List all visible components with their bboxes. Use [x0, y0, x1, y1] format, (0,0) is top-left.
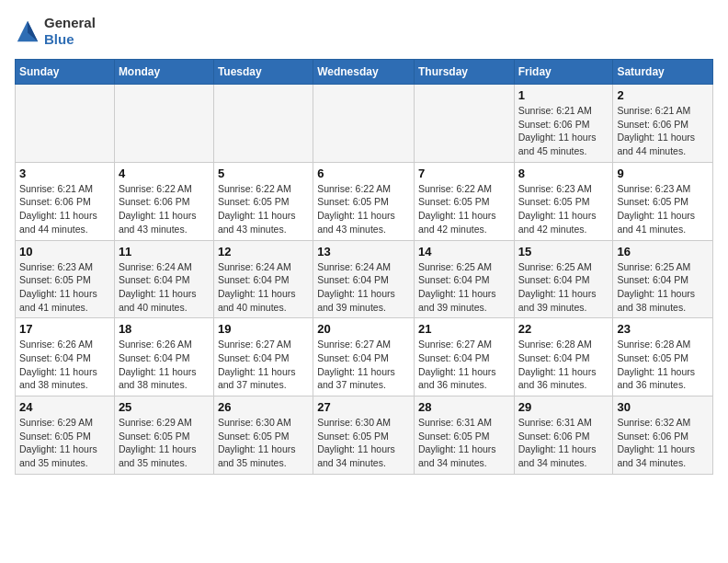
- day-number: 18: [119, 322, 210, 336]
- logo: General Blue: [15, 15, 96, 48]
- day-info: Sunrise: 6:21 AM Sunset: 6:06 PM Dayligh…: [518, 104, 609, 158]
- calendar-cell: 29Sunrise: 6:31 AM Sunset: 6:06 PM Dayli…: [514, 396, 613, 475]
- day-info: Sunrise: 6:22 AM Sunset: 6:06 PM Dayligh…: [119, 182, 210, 236]
- day-number: 14: [418, 245, 510, 259]
- calendar-table: SundayMondayTuesdayWednesdayThursdayFrid…: [15, 59, 713, 475]
- calendar-cell: 27Sunrise: 6:30 AM Sunset: 6:05 PM Dayli…: [313, 396, 415, 475]
- calendar-cell: 10Sunrise: 6:23 AM Sunset: 6:05 PM Dayli…: [16, 240, 115, 318]
- day-of-week-header: Tuesday: [213, 60, 313, 85]
- day-of-week-header: Friday: [514, 60, 613, 85]
- calendar-cell: 28Sunrise: 6:31 AM Sunset: 6:05 PM Dayli…: [414, 396, 514, 475]
- day-of-week-header: Saturday: [613, 60, 713, 85]
- day-number: 3: [19, 167, 110, 180]
- day-number: 13: [317, 245, 410, 259]
- calendar-week-row: 1Sunrise: 6:21 AM Sunset: 6:06 PM Daylig…: [16, 85, 713, 163]
- calendar-cell: 6Sunrise: 6:22 AM Sunset: 6:05 PM Daylig…: [313, 162, 415, 240]
- calendar-cell: 21Sunrise: 6:27 AM Sunset: 6:04 PM Dayli…: [414, 318, 514, 396]
- day-number: 22: [518, 322, 609, 336]
- calendar-cell: 26Sunrise: 6:30 AM Sunset: 6:05 PM Dayli…: [213, 396, 313, 475]
- calendar-cell: 12Sunrise: 6:24 AM Sunset: 6:04 PM Dayli…: [213, 240, 313, 318]
- day-of-week-header: Thursday: [414, 60, 514, 85]
- day-info: Sunrise: 6:23 AM Sunset: 6:05 PM Dayligh…: [617, 182, 709, 236]
- calendar-week-row: 3Sunrise: 6:21 AM Sunset: 6:06 PM Daylig…: [16, 162, 713, 240]
- day-info: Sunrise: 6:22 AM Sunset: 6:05 PM Dayligh…: [317, 182, 410, 236]
- calendar-cell: 30Sunrise: 6:32 AM Sunset: 6:06 PM Dayli…: [613, 396, 713, 475]
- day-of-week-header: Sunday: [16, 60, 115, 85]
- day-number: 12: [218, 245, 309, 259]
- day-info: Sunrise: 6:31 AM Sunset: 6:05 PM Dayligh…: [418, 416, 510, 470]
- calendar-cell: [414, 85, 514, 163]
- day-number: 17: [19, 322, 110, 336]
- calendar-cell: 13Sunrise: 6:24 AM Sunset: 6:04 PM Dayli…: [313, 240, 415, 318]
- day-info: Sunrise: 6:22 AM Sunset: 6:05 PM Dayligh…: [218, 182, 309, 236]
- day-info: Sunrise: 6:21 AM Sunset: 6:06 PM Dayligh…: [19, 182, 110, 236]
- day-info: Sunrise: 6:25 AM Sunset: 6:04 PM Dayligh…: [418, 260, 510, 315]
- day-number: 8: [518, 167, 609, 180]
- day-info: Sunrise: 6:27 AM Sunset: 6:04 PM Dayligh…: [418, 338, 510, 392]
- day-info: Sunrise: 6:24 AM Sunset: 6:04 PM Dayligh…: [218, 260, 309, 315]
- calendar-cell: 17Sunrise: 6:26 AM Sunset: 6:04 PM Dayli…: [16, 318, 115, 396]
- day-info: Sunrise: 6:28 AM Sunset: 6:04 PM Dayligh…: [518, 338, 609, 392]
- day-number: 6: [317, 167, 410, 180]
- calendar-cell: 16Sunrise: 6:25 AM Sunset: 6:04 PM Dayli…: [613, 240, 713, 318]
- calendar-week-row: 17Sunrise: 6:26 AM Sunset: 6:04 PM Dayli…: [16, 318, 713, 396]
- day-number: 11: [119, 245, 210, 259]
- logo-blue: Blue: [44, 31, 96, 48]
- calendar-cell: 7Sunrise: 6:22 AM Sunset: 6:05 PM Daylig…: [414, 162, 514, 240]
- day-number: 23: [617, 322, 709, 336]
- calendar-cell: 18Sunrise: 6:26 AM Sunset: 6:04 PM Dayli…: [114, 318, 213, 396]
- day-of-week-header: Monday: [114, 60, 213, 85]
- calendar-cell: 5Sunrise: 6:22 AM Sunset: 6:05 PM Daylig…: [213, 162, 313, 240]
- calendar-cell: 3Sunrise: 6:21 AM Sunset: 6:06 PM Daylig…: [16, 162, 115, 240]
- day-of-week-header: Wednesday: [313, 60, 415, 85]
- calendar-header-row: SundayMondayTuesdayWednesdayThursdayFrid…: [16, 60, 713, 85]
- day-number: 9: [617, 167, 709, 180]
- calendar-week-row: 10Sunrise: 6:23 AM Sunset: 6:05 PM Dayli…: [16, 240, 713, 318]
- calendar-cell: 9Sunrise: 6:23 AM Sunset: 6:05 PM Daylig…: [613, 162, 713, 240]
- day-info: Sunrise: 6:29 AM Sunset: 6:05 PM Dayligh…: [119, 416, 210, 470]
- calendar-cell: 2Sunrise: 6:21 AM Sunset: 6:06 PM Daylig…: [613, 85, 713, 163]
- calendar-cell: 24Sunrise: 6:29 AM Sunset: 6:05 PM Dayli…: [16, 396, 115, 475]
- calendar-cell: [114, 85, 213, 163]
- day-info: Sunrise: 6:28 AM Sunset: 6:05 PM Dayligh…: [617, 338, 709, 392]
- calendar-cell: [313, 85, 415, 163]
- calendar-cell: 11Sunrise: 6:24 AM Sunset: 6:04 PM Dayli…: [114, 240, 213, 318]
- day-number: 19: [218, 322, 309, 336]
- calendar-cell: [213, 85, 313, 163]
- day-number: 5: [218, 167, 309, 180]
- day-info: Sunrise: 6:23 AM Sunset: 6:05 PM Dayligh…: [518, 182, 609, 236]
- day-number: 28: [418, 400, 510, 414]
- day-info: Sunrise: 6:30 AM Sunset: 6:05 PM Dayligh…: [317, 416, 410, 470]
- day-number: 25: [119, 400, 210, 414]
- calendar-cell: 22Sunrise: 6:28 AM Sunset: 6:04 PM Dayli…: [514, 318, 613, 396]
- day-number: 1: [518, 88, 609, 102]
- day-number: 21: [418, 322, 510, 336]
- day-number: 16: [617, 245, 709, 259]
- day-number: 2: [617, 88, 709, 102]
- calendar-cell: 1Sunrise: 6:21 AM Sunset: 6:06 PM Daylig…: [514, 85, 613, 163]
- day-number: 24: [19, 400, 110, 414]
- day-info: Sunrise: 6:27 AM Sunset: 6:04 PM Dayligh…: [317, 338, 410, 392]
- day-number: 7: [418, 167, 510, 180]
- day-number: 26: [218, 400, 309, 414]
- day-number: 30: [617, 400, 709, 414]
- day-number: 15: [518, 245, 609, 259]
- calendar-cell: 8Sunrise: 6:23 AM Sunset: 6:05 PM Daylig…: [514, 162, 613, 240]
- calendar-cell: 25Sunrise: 6:29 AM Sunset: 6:05 PM Dayli…: [114, 396, 213, 475]
- day-info: Sunrise: 6:29 AM Sunset: 6:05 PM Dayligh…: [19, 416, 110, 470]
- day-info: Sunrise: 6:21 AM Sunset: 6:06 PM Dayligh…: [617, 104, 709, 158]
- calendar-cell: 19Sunrise: 6:27 AM Sunset: 6:04 PM Dayli…: [213, 318, 313, 396]
- day-info: Sunrise: 6:24 AM Sunset: 6:04 PM Dayligh…: [317, 260, 410, 315]
- day-info: Sunrise: 6:24 AM Sunset: 6:04 PM Dayligh…: [119, 260, 210, 315]
- calendar-cell: [16, 85, 115, 163]
- day-number: 10: [19, 245, 110, 259]
- calendar-cell: 4Sunrise: 6:22 AM Sunset: 6:06 PM Daylig…: [114, 162, 213, 240]
- calendar-week-row: 24Sunrise: 6:29 AM Sunset: 6:05 PM Dayli…: [16, 396, 713, 475]
- day-info: Sunrise: 6:32 AM Sunset: 6:06 PM Dayligh…: [617, 416, 709, 470]
- day-number: 20: [317, 322, 410, 336]
- day-info: Sunrise: 6:22 AM Sunset: 6:05 PM Dayligh…: [418, 182, 510, 236]
- day-info: Sunrise: 6:25 AM Sunset: 6:04 PM Dayligh…: [518, 260, 609, 315]
- day-info: Sunrise: 6:23 AM Sunset: 6:05 PM Dayligh…: [19, 260, 110, 315]
- logo-icon: [15, 18, 40, 44]
- day-number: 27: [317, 400, 410, 414]
